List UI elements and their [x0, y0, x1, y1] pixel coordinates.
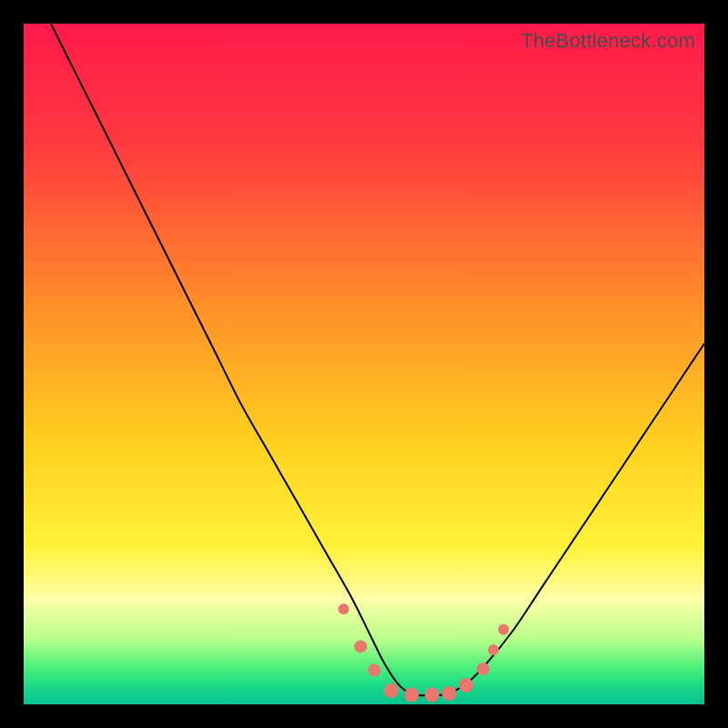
marker-dot: [404, 688, 419, 703]
gradient-background: [24, 24, 704, 704]
watermark-text: TheBottleneck.com: [521, 29, 695, 53]
chart-frame: TheBottleneck.com: [0, 0, 728, 728]
marker-dot: [442, 686, 457, 701]
marker-dot: [384, 683, 399, 698]
marker-dot: [425, 688, 440, 703]
marker-dot: [339, 603, 349, 614]
plot-area: TheBottleneck.com: [24, 24, 704, 704]
marker-dot: [459, 678, 473, 693]
marker-dot: [368, 664, 380, 677]
marker-dot: [498, 624, 509, 635]
bottleneck-chart: [24, 24, 704, 704]
marker-dot: [477, 662, 490, 675]
marker-dot: [488, 644, 499, 655]
marker-dot: [354, 640, 367, 652]
